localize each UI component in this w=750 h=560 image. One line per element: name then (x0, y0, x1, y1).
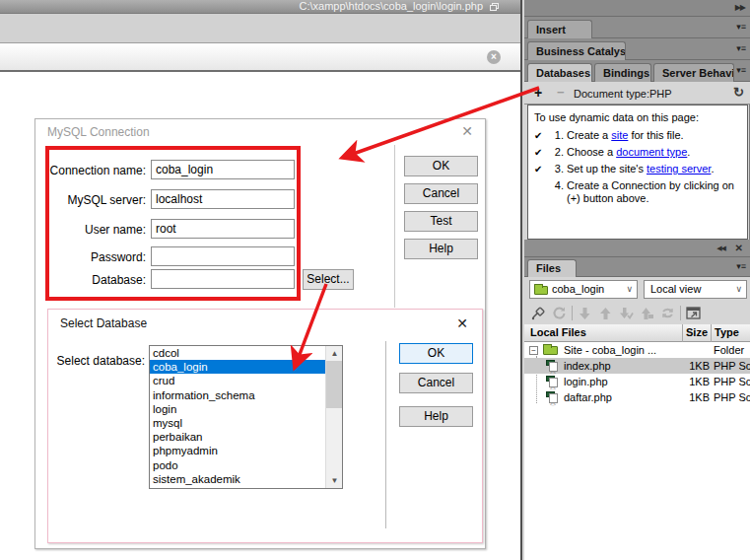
php-file-icon (546, 376, 558, 387)
list-item[interactable]: perbaikan (150, 430, 325, 444)
column-local-files[interactable]: Local Files (530, 326, 586, 338)
put-file-icon[interactable] (597, 305, 614, 321)
close-icon[interactable]: ✕ (456, 315, 468, 331)
collapse-panel-icon[interactable]: ◀◀ (716, 245, 725, 252)
close-icon[interactable]: ✕ (461, 123, 473, 139)
panel-menu-icon[interactable]: ▾≡ (736, 261, 746, 271)
tree-collapse-icon[interactable]: − (529, 346, 538, 355)
connect-server-icon[interactable] (530, 305, 547, 321)
check-icon: ✔ (534, 163, 550, 175)
site-link[interactable]: site (611, 129, 628, 141)
refresh-icon[interactable]: ↻ (733, 85, 744, 100)
refresh-files-icon[interactable] (551, 305, 568, 321)
connection-name-field[interactable] (151, 160, 295, 179)
dialog-title: MySQL Connection (47, 125, 150, 139)
list-item[interactable]: sistem_akademik (150, 472, 325, 486)
get-file-icon[interactable] (577, 305, 593, 321)
panel-menu-icon[interactable]: ▾≡ (736, 22, 746, 32)
checklist-item: ✔ 2. Choose a document type. (534, 146, 743, 159)
list-scrollbar[interactable]: ▲ ▼ (325, 346, 342, 488)
files-list: − Site - coba_login ... Folder index.php… (524, 342, 750, 560)
insert-panel-bar: Insert ▾≡ (524, 17, 750, 38)
chevron-down-icon: ∨ (626, 281, 633, 298)
collapse-to-icons-icon[interactable]: ▶▶ (735, 3, 745, 12)
table-row[interactable]: − Site - coba_login ... Folder (524, 342, 750, 358)
php-file-icon (546, 391, 558, 403)
table-row[interactable]: index.php 1KB PHP Scrip (524, 358, 750, 374)
user-name-field[interactable] (151, 219, 295, 239)
toolbar-separator (680, 306, 681, 320)
add-connection-button[interactable]: + (534, 85, 542, 101)
business-catalyst-panel-bar: Business Catalyst ▾≡ (524, 38, 750, 60)
site-select-dropdown[interactable]: coba_login ∨ (529, 280, 638, 299)
connection-name-label: Connection name: (37, 161, 146, 180)
help-button[interactable]: Help (404, 239, 478, 259)
cancel-button[interactable]: Cancel (399, 373, 473, 393)
column-type[interactable]: Type (711, 324, 750, 342)
scroll-down-icon[interactable]: ▼ (326, 473, 343, 488)
close-panel-icon[interactable]: ✕ (735, 243, 743, 253)
ok-button[interactable]: OK (404, 156, 478, 176)
list-item[interactable]: phpmyadmin (150, 444, 325, 457)
select-database-label: Select database: (36, 351, 145, 371)
window-title: C:\xampp\htdocs\coba_login\login.php (299, 0, 483, 12)
scrollbar-thumb[interactable] (326, 361, 343, 408)
files-panel-bar: Files ▾≡ (524, 257, 750, 277)
panel-menu-icon[interactable]: ▾≡ (736, 65, 746, 75)
address-bar[interactable]: × (0, 43, 522, 72)
synchronize-icon[interactable] (659, 305, 676, 321)
list-item[interactable]: information_schema (150, 388, 325, 402)
dialog-separator (385, 341, 386, 528)
help-button[interactable]: Help (399, 406, 473, 427)
check-out-file-icon[interactable] (618, 305, 635, 321)
select-database-button[interactable]: Select... (303, 269, 354, 290)
testing-server-link[interactable]: testing server (647, 163, 711, 175)
tab-databases[interactable]: Databases (527, 63, 592, 82)
files-column-header[interactable]: Local Files Size Type (524, 324, 750, 342)
right-panel: ▶▶ Insert ▾≡ Business Catalyst ▾≡ Databa… (520, 0, 750, 560)
list-item[interactable]: mysql (150, 416, 325, 430)
tab-files[interactable]: Files (527, 259, 577, 277)
chevron-down-icon: ∨ (735, 281, 742, 298)
panel-menu-icon[interactable]: ▾≡ (736, 43, 746, 53)
checklist-item: ✔ 1. Create a site for this file. (534, 129, 743, 142)
list-item[interactable]: login (150, 402, 325, 416)
list-item[interactable]: podo (150, 458, 325, 472)
table-row[interactable]: login.php 1KB PHP Scrip (524, 374, 750, 389)
tab-insert[interactable]: Insert (527, 20, 592, 38)
tab-bindings[interactable]: Bindings (594, 63, 651, 82)
view-select-dropdown[interactable]: Local view ∨ (644, 280, 747, 299)
check-in-file-icon[interactable] (639, 305, 655, 321)
list-item[interactable]: cdcol (150, 346, 325, 360)
ok-button[interactable]: OK (399, 343, 473, 364)
table-row[interactable]: daftar.php 1KB PHP Scrip (524, 389, 750, 405)
remove-connection-button[interactable]: − (557, 85, 565, 100)
document-type-link[interactable]: document type (616, 146, 687, 158)
php-file-icon (546, 360, 558, 372)
mysql-server-label: MySQL server: (37, 190, 146, 210)
database-field[interactable] (151, 269, 295, 289)
site-folder-icon (543, 346, 558, 355)
files-toolbar (524, 302, 750, 324)
list-item-selected[interactable]: coba_login (150, 360, 325, 374)
tab-business-catalyst[interactable]: Business Catalyst (527, 41, 626, 60)
column-size[interactable]: Size (682, 324, 710, 342)
user-name-label: User name: (37, 220, 146, 240)
expand-panel-icon[interactable] (685, 305, 702, 321)
dynamic-data-checklist: To use dynamic data on this page: ✔ 1. C… (527, 105, 748, 240)
tab-server-behaviors[interactable]: Server Behaviors (653, 63, 734, 82)
check-icon: ✔ (534, 146, 550, 159)
cancel-button[interactable]: Cancel (404, 183, 478, 204)
dialog-title: Select Database (60, 316, 147, 330)
check-icon: ✔ (534, 129, 550, 142)
scroll-up-icon[interactable]: ▲ (326, 346, 343, 361)
mysql-server-field[interactable] (151, 189, 295, 209)
list-item[interactable]: crud (150, 374, 325, 387)
files-panel-header: ◀◀ ✕ (524, 240, 750, 257)
database-listbox[interactable]: cdcol coba_login crud information_schema… (149, 345, 343, 489)
password-field[interactable] (151, 246, 295, 266)
window-titlebar[interactable]: C:\xampp\htdocs\coba_login\login.php (0, 0, 522, 14)
test-button[interactable]: Test (404, 211, 478, 232)
close-circle-icon[interactable]: × (487, 50, 501, 64)
restore-window-icon[interactable] (490, 3, 499, 11)
